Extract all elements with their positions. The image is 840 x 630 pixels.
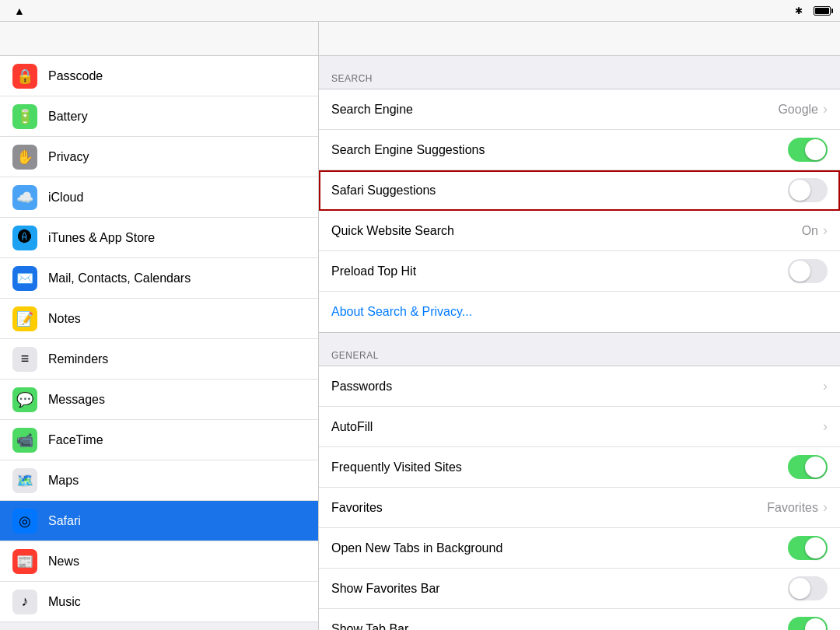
messages-label: Messages <box>48 393 105 407</box>
toggle-safari-suggestions[interactable] <box>788 178 828 202</box>
sidebar-item-reminders[interactable]: ≡Reminders <box>0 339 318 380</box>
section-group-general: Passwords›AutoFill›Frequently Visited Si… <box>319 366 840 630</box>
reminders-label: Reminders <box>48 352 108 366</box>
toggle-knob-open-new-tabs <box>805 537 826 558</box>
wifi-icon: ▲ <box>14 5 25 17</box>
toggle-knob-preload-top-hit <box>789 261 810 282</box>
section-header-search: SEARCH <box>319 56 840 89</box>
battery-label: Battery <box>48 110 88 124</box>
messages-icon: 💬 <box>12 387 37 412</box>
row-favorites[interactable]: FavoritesFavorites› <box>319 488 840 528</box>
toggle-knob-frequently-visited-sites <box>805 457 826 478</box>
sidebar-item-messages[interactable]: 💬Messages <box>0 380 318 420</box>
maps-icon: 🗺️ <box>12 468 37 493</box>
toggle-show-tab-bar[interactable] <box>788 617 828 630</box>
sidebar-item-icloud[interactable]: ☁️iCloud <box>0 177 318 218</box>
label-search-engine: Search Engine <box>331 103 778 117</box>
label-open-new-tabs: Open New Tabs in Background <box>331 541 788 555</box>
sidebar-item-itunes[interactable]: 🅐iTunes & App Store <box>0 218 318 258</box>
mail-icon: ✉️ <box>12 266 37 291</box>
row-safari-suggestions: Safari Suggestions <box>319 170 840 211</box>
settings-header <box>0 22 319 56</box>
music-label: Music <box>48 595 81 609</box>
label-search-engine-suggestions: Search Engine Suggestions <box>331 143 788 157</box>
row-autofill[interactable]: AutoFill› <box>319 407 840 447</box>
bluetooth-icon: ✱ <box>795 5 803 16</box>
privacy-label: Privacy <box>48 150 89 164</box>
chevron-autofill: › <box>823 418 828 435</box>
status-bar: ▲ ✱ <box>0 0 840 22</box>
nav-headers <box>0 22 840 56</box>
value-search-engine: Google <box>778 103 818 117</box>
maps-label: Maps <box>48 474 79 488</box>
sidebar-item-mail[interactable]: ✉️Mail, Contacts, Calendars <box>0 258 318 299</box>
label-passwords: Passwords <box>331 380 823 394</box>
link-about-search-privacy[interactable]: About Search & Privacy... <box>331 305 828 319</box>
sidebar-item-news[interactable]: 📰News <box>0 541 318 582</box>
label-quick-website-search: Quick Website Search <box>331 224 802 238</box>
sidebar-item-battery[interactable]: 🔋Battery <box>0 96 318 137</box>
row-search-engine-suggestions: Search Engine Suggestions <box>319 130 840 170</box>
chevron-favorites: › <box>823 499 828 516</box>
sidebar-item-passcode[interactable]: 🔒Passcode <box>0 56 318 96</box>
label-favorites: Favorites <box>331 501 767 515</box>
chevron-passwords: › <box>823 378 828 394</box>
label-show-tab-bar: Show Tab Bar <box>331 622 788 631</box>
itunes-label: iTunes & App Store <box>48 231 155 245</box>
label-autofill: AutoFill <box>331 420 823 434</box>
toggle-open-new-tabs[interactable] <box>788 536 828 560</box>
toggle-preload-top-hit[interactable] <box>788 259 828 283</box>
label-preload-top-hit: Preload Top Hit <box>331 264 788 278</box>
toggle-knob-show-tab-bar <box>805 618 826 630</box>
sidebar-item-maps[interactable]: 🗺️Maps <box>0 460 318 501</box>
mail-label: Mail, Contacts, Calendars <box>48 271 191 285</box>
notes-label: Notes <box>48 312 81 326</box>
icloud-icon: ☁️ <box>12 185 37 210</box>
status-bar-left: ▲ <box>9 5 25 17</box>
section-header-general: GENERAL <box>319 333 840 366</box>
toggle-search-engine-suggestions[interactable] <box>788 138 828 162</box>
row-search-engine[interactable]: Search EngineGoogle› <box>319 89 840 130</box>
itunes-icon: 🅐 <box>12 226 37 250</box>
toggle-knob-safari-suggestions <box>789 180 810 201</box>
row-passwords[interactable]: Passwords› <box>319 366 840 407</box>
sidebar-item-music[interactable]: ♪Music <box>0 582 318 622</box>
music-icon: ♪ <box>12 590 37 614</box>
reminders-icon: ≡ <box>12 347 37 372</box>
label-show-favorites-bar: Show Favorites Bar <box>331 582 788 596</box>
facetime-icon: 📹 <box>12 428 37 453</box>
notes-icon: 📝 <box>12 306 37 331</box>
toggle-knob-search-engine-suggestions <box>805 139 826 160</box>
section-group-search: Search EngineGoogle›Search Engine Sugges… <box>319 89 840 333</box>
chevron-quick-website-search: › <box>823 222 828 239</box>
toggle-knob-show-favorites-bar <box>789 578 810 599</box>
row-preload-top-hit: Preload Top Hit <box>319 251 840 292</box>
passcode-label: Passcode <box>48 69 103 83</box>
battery-icon <box>814 6 831 16</box>
passcode-icon: 🔒 <box>12 64 37 89</box>
label-frequently-visited-sites: Frequently Visited Sites <box>331 460 788 474</box>
main-content: 🔒Passcode🔋Battery✋Privacy☁️iCloud🅐iTunes… <box>0 56 840 630</box>
safari-header <box>319 22 840 56</box>
right-panel: SEARCHSearch EngineGoogle›Search Engine … <box>319 56 840 630</box>
chevron-search-engine: › <box>823 101 828 117</box>
value-favorites: Favorites <box>767 501 818 515</box>
left-panel: 🔒Passcode🔋Battery✋Privacy☁️iCloud🅐iTunes… <box>0 56 319 630</box>
news-icon: 📰 <box>12 549 37 574</box>
row-show-tab-bar: Show Tab Bar <box>319 609 840 630</box>
sidebar-item-privacy[interactable]: ✋Privacy <box>0 137 318 177</box>
battery-icon: 🔋 <box>12 104 37 129</box>
row-about-search-privacy[interactable]: About Search & Privacy... <box>319 292 840 332</box>
row-open-new-tabs: Open New Tabs in Background <box>319 528 840 569</box>
sidebar-item-safari[interactable]: ◎Safari <box>0 501 318 541</box>
toggle-show-favorites-bar[interactable] <box>788 576 828 600</box>
sidebar-item-facetime[interactable]: 📹FaceTime <box>0 420 318 460</box>
label-safari-suggestions: Safari Suggestions <box>331 184 788 198</box>
facetime-label: FaceTime <box>48 433 103 447</box>
toggle-frequently-visited-sites[interactable] <box>788 455 828 479</box>
sidebar-item-notes[interactable]: 📝Notes <box>0 299 318 339</box>
news-label: News <box>48 555 79 569</box>
row-quick-website-search[interactable]: Quick Website SearchOn› <box>319 211 840 251</box>
privacy-icon: ✋ <box>12 145 37 170</box>
safari-icon: ◎ <box>12 509 37 534</box>
